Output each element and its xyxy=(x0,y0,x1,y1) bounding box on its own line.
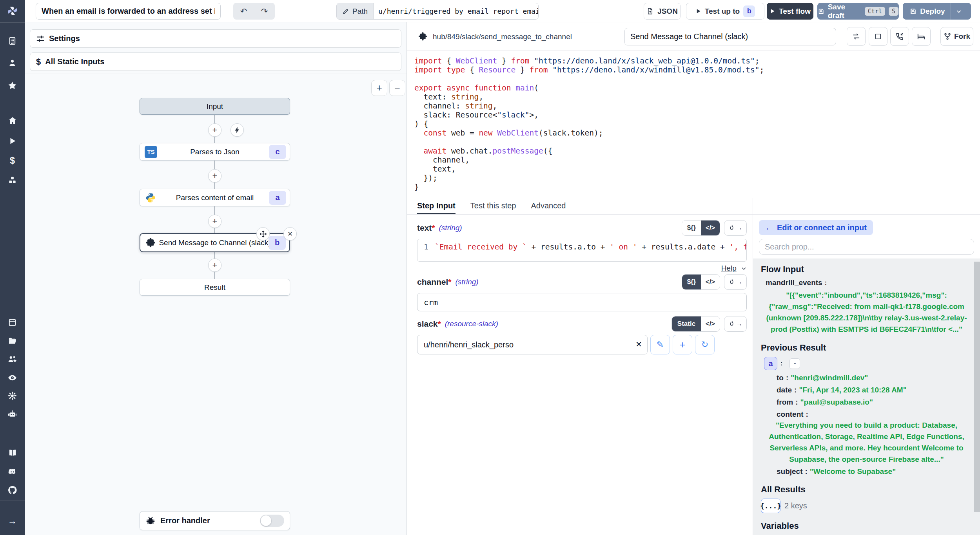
sidebar-item-favorites[interactable] xyxy=(0,77,25,94)
sidebar-item-discord[interactable] xyxy=(0,463,25,480)
code-mode-segment[interactable]: </> xyxy=(701,275,720,289)
sidebar-item-runs[interactable] xyxy=(0,132,25,150)
clear-resource-button[interactable]: ✕ xyxy=(635,340,642,349)
error-handler-node[interactable]: Error handler xyxy=(140,511,290,530)
code-mode-segment[interactable]: </> xyxy=(701,316,720,331)
sidebar-collapse-button[interactable]: → xyxy=(0,512,25,530)
template-mode-segment[interactable]: ${} xyxy=(682,275,701,289)
all-static-inputs-label: All Static Inputs xyxy=(45,57,104,66)
redo-button[interactable]: ↷ xyxy=(254,3,275,20)
code-mode-segment[interactable]: </> xyxy=(701,221,720,235)
add-step-button-2[interactable]: + xyxy=(208,169,221,183)
edit-or-connect-button[interactable]: ← Edit or connect an input xyxy=(759,220,873,235)
node-label: Parses to Json xyxy=(190,148,240,156)
static-mode-segment[interactable]: Static xyxy=(672,316,701,331)
fork-button[interactable]: Fork xyxy=(940,27,973,46)
edit-resource-button[interactable]: ✎ xyxy=(650,335,670,354)
undo-button[interactable]: ↶ xyxy=(233,3,254,20)
step-title-input[interactable] xyxy=(624,28,836,45)
zoom-out-button[interactable]: − xyxy=(389,80,405,96)
flow-node-send-message-selected[interactable]: Send Message to Channel (slack) b ✕ xyxy=(140,233,290,252)
result-row-date[interactable]: date: "Fri, Apr 14, 2023 at 10:28 AM" xyxy=(761,386,972,394)
sidebar-item-settings[interactable] xyxy=(0,387,25,404)
all-results-heading: All Results xyxy=(761,484,972,495)
windmill-logo[interactable] xyxy=(0,2,25,20)
props-scrollbar[interactable] xyxy=(974,262,980,512)
folder-open-icon xyxy=(8,336,17,345)
add-step-button-4[interactable]: + xyxy=(208,258,221,272)
plug-icon xyxy=(728,321,735,327)
code-editor[interactable]: import { WebClient } from "https://deno.… xyxy=(407,51,980,198)
diff-view-button[interactable] xyxy=(912,27,931,46)
search-prop-input[interactable] xyxy=(759,239,974,255)
zoom-in-button[interactable]: + xyxy=(371,80,387,96)
collapse-button[interactable]: - xyxy=(789,358,800,369)
reload-script-button[interactable] xyxy=(847,27,866,46)
trigger-bolt-button[interactable] xyxy=(230,123,244,137)
delete-node-button[interactable]: ✕ xyxy=(283,227,297,240)
result-a-badge[interactable]: a xyxy=(764,357,777,370)
webhook-call-button[interactable] xyxy=(890,27,909,46)
flow-node-parses-to-json[interactable]: TS Parses to Json c xyxy=(140,143,290,161)
expand-editor-button[interactable] xyxy=(869,27,887,46)
sidebar-item-variables[interactable]: $ xyxy=(0,152,25,169)
sidebar-item-workers[interactable] xyxy=(0,405,25,423)
move-node-handle[interactable] xyxy=(256,227,270,240)
sidebar-item-audit-logs[interactable] xyxy=(0,369,25,386)
connect-input-button[interactable]: → xyxy=(724,220,747,236)
connect-input-button[interactable]: → xyxy=(724,316,747,332)
flow-input-heading: Flow Input xyxy=(761,264,972,275)
toggle-knob xyxy=(261,515,271,526)
add-resource-button[interactable]: + xyxy=(673,335,692,354)
mandrill-events-row[interactable]: mandrill_events: xyxy=(761,278,972,287)
sidebar-item-home[interactable] xyxy=(0,112,25,129)
sidebar-item-folders[interactable] xyxy=(0,332,25,349)
test-flow-button[interactable]: Test flow xyxy=(767,3,813,20)
test-up-to-label: Test up to xyxy=(705,7,740,16)
text-expression-editor[interactable]: 1 `Email received by ` + results.a.to + … xyxy=(417,239,747,262)
add-step-button-1[interactable]: + xyxy=(208,123,221,137)
add-step-button-3[interactable]: + xyxy=(208,215,221,228)
help-link[interactable]: Help xyxy=(721,264,737,272)
flow-settings-button[interactable]: Settings xyxy=(30,29,401,48)
error-handler-toggle[interactable] xyxy=(260,515,284,527)
json-button[interactable]: JSON xyxy=(644,3,681,20)
deploy-button[interactable]: Deploy xyxy=(907,7,950,16)
flow-node-parses-content[interactable]: Parses content of email a xyxy=(140,189,290,206)
result-content-value[interactable]: "Everything you need to build a product:… xyxy=(761,419,972,465)
sidebar-item-docs[interactable] xyxy=(0,444,25,461)
channel-value-input[interactable] xyxy=(417,293,747,311)
sidebar-item-workspace[interactable] xyxy=(0,32,25,49)
path-value[interactable]: u/henri/triggered_by_email_report_email xyxy=(374,3,538,19)
save-draft-button[interactable]: Save draft Ctrl S xyxy=(817,3,899,20)
node-label: Parses content of email xyxy=(176,193,254,202)
tab-advanced[interactable]: Advanced xyxy=(531,198,566,214)
result-row-from[interactable]: from: "paul@supabase.io" xyxy=(761,398,972,407)
flow-title-input[interactable] xyxy=(36,3,221,20)
deploy-dropdown-button[interactable] xyxy=(951,8,967,14)
sidebar-item-resources[interactable] xyxy=(0,172,25,189)
path-edit-button[interactable]: Path xyxy=(337,3,374,19)
mandrill-events-value[interactable]: "[{"event":"inbound","ts":1683819426,"ms… xyxy=(761,289,972,335)
template-mode-segment[interactable]: ${} xyxy=(682,221,701,235)
flow-node-result[interactable]: Result xyxy=(140,279,290,296)
flow-node-input[interactable]: Input xyxy=(140,98,290,115)
test-up-to-button[interactable]: Test up to b xyxy=(686,3,764,20)
tab-test-this-step[interactable]: Test this step xyxy=(470,198,516,214)
result-row-to[interactable]: to: "henri@windmill.dev" xyxy=(761,374,972,382)
prop-key: mandrill_events xyxy=(766,278,822,287)
sidebar-item-groups[interactable] xyxy=(0,351,25,368)
result-row-content-key[interactable]: content: xyxy=(761,410,972,419)
connect-input-button[interactable]: → xyxy=(724,274,747,290)
result-row-subject[interactable]: subject: "Welcome to Supabase" xyxy=(761,467,972,476)
sidebar-item-schedules[interactable] xyxy=(0,313,25,331)
refresh-resource-button[interactable]: ↻ xyxy=(695,335,715,354)
sidebar-item-user[interactable] xyxy=(0,54,25,71)
tab-step-input[interactable]: Step Input xyxy=(417,198,456,214)
all-static-inputs-button[interactable]: $ All Static Inputs xyxy=(30,52,401,71)
sidebar-item-github[interactable] xyxy=(0,481,25,499)
expand-all-results-button[interactable]: {...} xyxy=(761,499,780,513)
puzzle-icon xyxy=(145,237,156,248)
slack-resource-input[interactable] xyxy=(417,335,648,354)
hub-path[interactable]: hub/849/slack/send_message_to_channel xyxy=(418,22,572,51)
